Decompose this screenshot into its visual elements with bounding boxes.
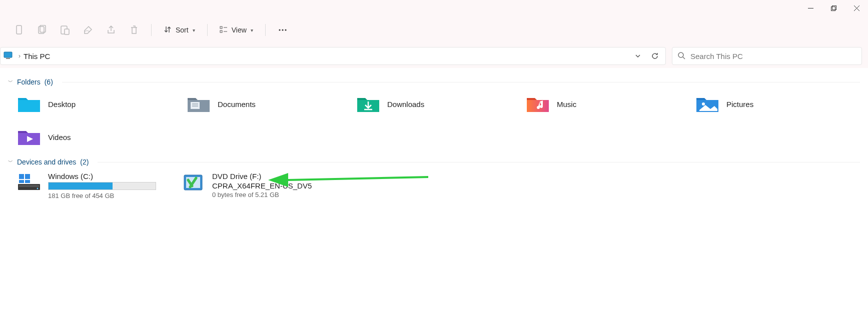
delete-button[interactable] bbox=[124, 20, 144, 40]
folder-label: Videos bbox=[48, 133, 71, 142]
drive-usage-bar bbox=[48, 182, 156, 190]
paste-icon bbox=[60, 25, 70, 35]
folder-downloads[interactable]: Downloads bbox=[356, 92, 521, 116]
os-drive-icon bbox=[17, 172, 41, 192]
breadcrumb-location[interactable]: This PC bbox=[24, 52, 50, 60]
rename-button[interactable] bbox=[78, 20, 98, 40]
group-count: (6) bbox=[45, 78, 53, 86]
share-icon bbox=[106, 25, 116, 35]
sort-button[interactable]: Sort ▾ bbox=[159, 20, 200, 40]
svg-rect-9 bbox=[65, 29, 69, 34]
folder-label: Documents bbox=[218, 100, 256, 108]
more-icon bbox=[278, 25, 288, 35]
drive-name-line1: DVD Drive (F:) bbox=[212, 172, 312, 180]
folder-label: Downloads bbox=[387, 100, 424, 108]
downloads-folder-icon bbox=[356, 94, 380, 114]
desktop-folder-icon bbox=[17, 94, 41, 114]
svg-rect-11 bbox=[220, 30, 222, 32]
copy-icon bbox=[37, 25, 47, 35]
svg-rect-21 bbox=[18, 100, 40, 112]
cut-icon bbox=[15, 25, 24, 35]
address-search-row: › This PC bbox=[0, 44, 868, 68]
svg-point-15 bbox=[282, 29, 283, 30]
svg-line-20 bbox=[683, 57, 685, 59]
svg-rect-23 bbox=[191, 102, 200, 109]
drive-windows-c[interactable]: Windows (C:) 181 GB free of 454 GB bbox=[17, 172, 167, 200]
paste-button[interactable] bbox=[55, 20, 75, 40]
svg-rect-35 bbox=[25, 174, 30, 179]
search-box[interactable] bbox=[672, 47, 862, 65]
this-pc-icon bbox=[4, 52, 13, 61]
svg-rect-34 bbox=[19, 174, 24, 179]
drives-row: Windows (C:) 181 GB free of 454 GB DVD D… bbox=[8, 172, 860, 200]
svg-rect-36 bbox=[19, 180, 24, 183]
svg-rect-18 bbox=[6, 58, 10, 59]
copy-button[interactable] bbox=[32, 20, 52, 40]
group-label: Devices and drives bbox=[17, 158, 76, 166]
svg-rect-10 bbox=[220, 26, 222, 28]
content-area: ﹀ Folders (6) Desktop Documents Download… bbox=[0, 68, 868, 322]
view-label: View bbox=[232, 26, 247, 34]
collapse-icon: ﹀ bbox=[8, 158, 13, 166]
svg-rect-17 bbox=[4, 52, 12, 58]
svg-point-33 bbox=[37, 188, 39, 190]
drive-name: Windows (C:) bbox=[48, 172, 156, 180]
drive-dvd-f[interactable]: DVD Drive (F:) CPRA_X64FRE_EN-US_DV5 0 b… bbox=[181, 172, 331, 200]
group-label: Folders bbox=[17, 78, 41, 86]
more-button[interactable] bbox=[273, 20, 293, 40]
folder-label: Pictures bbox=[726, 100, 753, 108]
svg-rect-1 bbox=[831, 6, 835, 10]
breadcrumb-separator-icon: › bbox=[19, 52, 21, 60]
drive-name-line2: CPRA_X64FRE_EN-US_DV5 bbox=[212, 182, 312, 190]
cut-button[interactable] bbox=[9, 20, 29, 40]
delete-icon bbox=[130, 25, 139, 35]
address-history-button[interactable] bbox=[629, 48, 646, 64]
close-button[interactable] bbox=[845, 0, 868, 16]
svg-rect-37 bbox=[25, 180, 30, 183]
folder-music[interactable]: Music bbox=[526, 92, 690, 116]
folder-pictures[interactable]: Pictures bbox=[695, 92, 860, 116]
folder-label: Music bbox=[557, 100, 576, 108]
minimize-button[interactable] bbox=[799, 0, 822, 16]
command-toolbar: Sort ▾ View ▾ bbox=[0, 16, 868, 44]
svg-point-29 bbox=[702, 102, 705, 106]
group-header-folders[interactable]: ﹀ Folders (6) bbox=[8, 78, 860, 86]
folders-grid: Desktop Documents Downloads Music Pictur bbox=[8, 92, 860, 149]
chevron-down-icon: ▾ bbox=[251, 28, 253, 33]
maximize-button[interactable] bbox=[822, 0, 845, 16]
view-icon bbox=[220, 26, 228, 35]
folder-desktop[interactable]: Desktop bbox=[17, 92, 182, 116]
toolbar-separator bbox=[207, 24, 208, 36]
search-icon bbox=[677, 52, 685, 61]
chevron-down-icon: ▾ bbox=[193, 28, 195, 33]
titlebar bbox=[0, 0, 868, 16]
videos-folder-icon bbox=[17, 127, 41, 147]
view-button[interactable]: View ▾ bbox=[215, 20, 258, 40]
group-count: (2) bbox=[80, 158, 89, 166]
share-button[interactable] bbox=[101, 20, 121, 40]
sort-label: Sort bbox=[176, 26, 189, 34]
folder-label: Desktop bbox=[48, 100, 76, 108]
svg-rect-32 bbox=[19, 185, 39, 187]
address-bar[interactable]: › This PC bbox=[0, 47, 666, 65]
documents-folder-icon bbox=[187, 94, 211, 114]
refresh-icon bbox=[651, 52, 659, 60]
toolbar-separator bbox=[265, 24, 266, 36]
chevron-down-icon bbox=[635, 53, 641, 59]
refresh-button[interactable] bbox=[646, 48, 663, 64]
svg-point-14 bbox=[279, 29, 280, 30]
pictures-folder-icon bbox=[695, 94, 719, 114]
music-folder-icon bbox=[526, 94, 550, 114]
sort-icon bbox=[164, 26, 172, 35]
collapse-icon: ﹀ bbox=[8, 78, 13, 86]
drive-free-text: 0 bytes free of 5.21 GB bbox=[212, 191, 312, 198]
search-input[interactable] bbox=[690, 52, 856, 60]
svg-point-16 bbox=[285, 29, 286, 30]
dvd-drive-icon bbox=[181, 172, 205, 192]
folder-videos[interactable]: Videos bbox=[17, 125, 182, 149]
svg-rect-5 bbox=[17, 26, 22, 34]
svg-point-19 bbox=[678, 52, 683, 58]
group-header-drives[interactable]: ﹀ Devices and drives (2) bbox=[8, 158, 860, 166]
svg-rect-27 bbox=[527, 100, 549, 112]
folder-documents[interactable]: Documents bbox=[187, 92, 351, 116]
